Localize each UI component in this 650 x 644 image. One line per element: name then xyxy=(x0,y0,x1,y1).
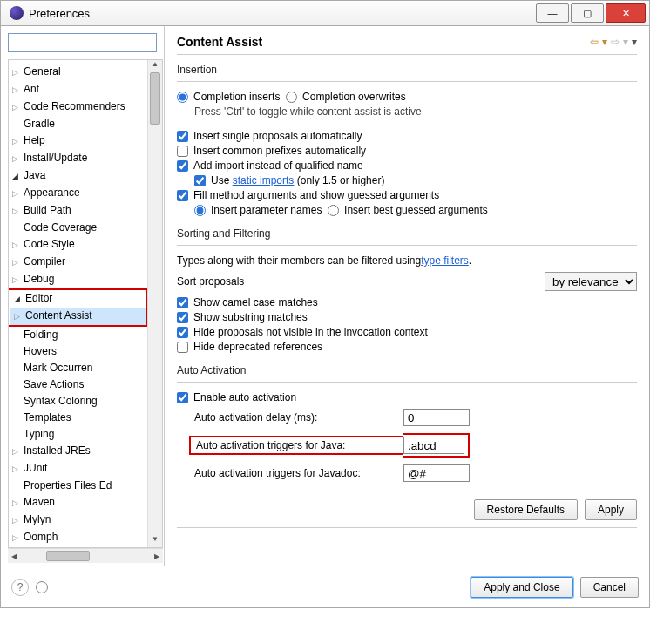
chevron-right-icon[interactable]: ▷ xyxy=(12,151,20,167)
auto-javadoc-input[interactable] xyxy=(403,464,470,482)
hscroll-thumb[interactable] xyxy=(46,551,90,561)
scroll-down-arrow[interactable]: ▼ xyxy=(148,535,162,547)
show-camel-checkbox[interactable] xyxy=(177,297,188,308)
nav-back-button[interactable]: ⇦ xyxy=(590,36,599,48)
tree-item[interactable]: ▷Installed JREs xyxy=(9,443,147,460)
scroll-right-arrow[interactable]: ▶ xyxy=(151,552,163,560)
tree-item[interactable]: ▷Code Recommenders xyxy=(9,98,147,116)
restore-defaults-button[interactable]: Restore Defaults xyxy=(474,499,578,520)
chevron-right-icon[interactable]: ▷ xyxy=(14,308,22,325)
preferences-tree[interactable]: ▷General▷Ant▷Code RecommendersGradle▷Hel… xyxy=(9,60,147,547)
tree-horizontal-scrollbar[interactable]: ◀ ▶ xyxy=(8,548,163,563)
chevron-right-icon[interactable]: ▷ xyxy=(12,99,20,116)
chevron-right-icon[interactable]: ▷ xyxy=(12,64,20,81)
chevron-right-icon[interactable]: ▷ xyxy=(12,237,20,254)
show-substring-checkbox[interactable] xyxy=(177,312,188,323)
tree-item[interactable]: ▷Install/Update xyxy=(9,150,147,167)
tree-item[interactable]: ▷Ant xyxy=(9,81,147,98)
tree-item-label: Mark Occurren xyxy=(24,362,92,374)
tree-item-label: Installed JREs xyxy=(24,444,91,457)
chevron-right-icon[interactable]: ▷ xyxy=(12,254,20,271)
chevron-right-icon[interactable]: ▷ xyxy=(12,186,20,202)
scroll-left-arrow[interactable]: ◀ xyxy=(8,552,20,560)
tree-item[interactable]: ▷Build Path xyxy=(9,202,147,220)
tree-item[interactable]: Typing xyxy=(9,426,147,443)
chevron-right-icon[interactable]: ▷ xyxy=(12,272,20,288)
titlebar: Preferences — ▢ ✕ xyxy=(0,0,650,26)
tree-item-label: Debug xyxy=(24,273,54,285)
tree-item[interactable]: ▷Appearance xyxy=(9,185,147,202)
insert-parameter-names-radio[interactable] xyxy=(194,205,206,216)
help-icon[interactable]: ? xyxy=(11,579,29,596)
tree-item[interactable]: ▷Code Style xyxy=(9,236,147,254)
scroll-up-arrow[interactable]: ▲ xyxy=(148,60,162,72)
tree-vertical-scrollbar[interactable]: ▲ ▼ xyxy=(147,60,162,547)
insert-best-guessed-radio[interactable] xyxy=(328,205,339,216)
nav-back-menu[interactable]: ▾ xyxy=(602,36,607,48)
tree-item[interactable]: ▷Run/Debug xyxy=(9,546,147,547)
chevron-down-icon[interactable]: ◢ xyxy=(12,168,20,185)
tree-item[interactable]: Gradle xyxy=(9,116,147,132)
enable-auto-activation-checkbox[interactable] xyxy=(177,392,188,403)
completion-inserts-label: Completion inserts xyxy=(193,91,280,103)
nav-menu-button[interactable]: ▾ xyxy=(632,36,637,48)
filter-input[interactable] xyxy=(8,33,157,52)
auto-java-input[interactable] xyxy=(403,437,464,454)
tree-item-label: Appearance xyxy=(24,186,80,199)
sort-proposals-combo[interactable]: by relevance xyxy=(545,272,637,291)
tree-item[interactable]: Templates xyxy=(9,410,147,426)
chevron-right-icon[interactable]: ▷ xyxy=(12,461,20,478)
chevron-down-icon[interactable]: ◢ xyxy=(14,291,22,308)
tree-item[interactable]: ▷Mylyn xyxy=(9,512,147,529)
tree-item[interactable]: Folding xyxy=(9,327,147,343)
hide-deprecated-label: Hide deprecated references xyxy=(193,341,322,353)
apply-button[interactable]: Apply xyxy=(585,499,637,520)
chevron-right-icon[interactable]: ▷ xyxy=(12,82,20,98)
type-filters-link[interactable]: type filters xyxy=(421,254,469,267)
tree-item[interactable]: ◢Java xyxy=(9,167,147,185)
chevron-right-icon[interactable]: ▷ xyxy=(12,203,20,220)
tree-item[interactable]: Syntax Coloring xyxy=(9,393,147,410)
tree-item[interactable]: ▷Debug xyxy=(9,271,147,288)
tree-item[interactable]: ▷Content Assist xyxy=(10,308,146,325)
chevron-right-icon[interactable]: ▷ xyxy=(12,133,20,150)
completion-overwrites-radio[interactable] xyxy=(286,92,297,103)
tree-item[interactable]: Hovers xyxy=(9,343,147,360)
use-static-imports-checkbox[interactable] xyxy=(194,175,206,186)
tree-item-label: Properties Files Ed xyxy=(24,479,112,491)
hide-proposals-checkbox[interactable] xyxy=(177,327,188,338)
fill-method-args-checkbox[interactable] xyxy=(177,190,188,201)
add-import-checkbox[interactable] xyxy=(177,160,188,172)
insert-common-prefixes-checkbox[interactable] xyxy=(177,146,188,157)
close-button[interactable]: ✕ xyxy=(606,3,646,23)
insert-single-proposals-checkbox[interactable] xyxy=(177,131,188,142)
tree-item[interactable]: Save Actions xyxy=(9,376,147,393)
static-imports-link[interactable]: static imports xyxy=(233,174,295,186)
minimize-button[interactable]: — xyxy=(536,3,569,23)
cancel-button[interactable]: Cancel xyxy=(580,577,639,598)
tree-item[interactable]: Properties Files Ed xyxy=(9,478,147,494)
tree-item[interactable]: ▷Maven xyxy=(9,494,147,512)
nav-forward-menu[interactable]: ▾ xyxy=(623,36,628,48)
chevron-right-icon[interactable]: ▷ xyxy=(12,444,20,460)
tree-item[interactable]: ◢Editor xyxy=(10,290,146,308)
chevron-right-icon[interactable]: ▷ xyxy=(12,512,20,529)
chevron-right-icon[interactable]: ▷ xyxy=(12,530,20,546)
nav-forward-button[interactable]: ⇨ xyxy=(611,36,620,48)
auto-delay-input[interactable] xyxy=(403,409,470,426)
status-icon xyxy=(36,581,48,593)
tree-item[interactable]: Code Coverage xyxy=(9,220,147,236)
tree-item[interactable]: ▷General xyxy=(9,64,147,81)
tree-item[interactable]: Mark Occurren xyxy=(9,360,147,376)
tree-item[interactable]: ▷Help xyxy=(9,132,147,150)
tree-item[interactable]: ▷Oomph xyxy=(9,529,147,546)
apply-and-close-button[interactable]: Apply and Close xyxy=(471,577,572,598)
tree-item[interactable]: ▷Compiler xyxy=(9,254,147,271)
hide-deprecated-checkbox[interactable] xyxy=(177,342,188,353)
tree-item[interactable]: ▷JUnit xyxy=(9,460,147,478)
completion-inserts-radio[interactable] xyxy=(177,92,188,103)
scroll-thumb[interactable] xyxy=(150,72,160,125)
auto-delay-label: Auto activation delay (ms): xyxy=(194,411,403,424)
maximize-button[interactable]: ▢ xyxy=(571,3,604,23)
chevron-right-icon[interactable]: ▷ xyxy=(12,495,20,512)
